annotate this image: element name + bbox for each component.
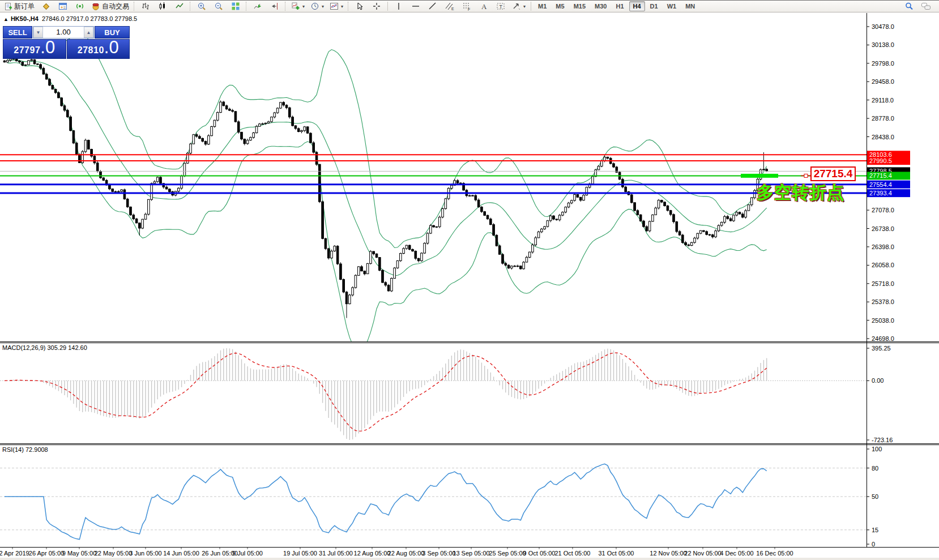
svg-text:27990.5: 27990.5 xyxy=(869,157,892,164)
templates-button[interactable]: ▾ xyxy=(327,1,345,12)
trendline-tool[interactable] xyxy=(425,1,441,12)
toolbar-separator xyxy=(190,2,191,11)
channel-icon: E xyxy=(445,2,454,11)
turning-point-annotation[interactable]: 多空转折点 xyxy=(757,181,844,204)
buy-price-display[interactable]: 27810.0 xyxy=(67,39,130,59)
market-watch-button[interactable] xyxy=(38,1,54,12)
date-label: 9 Jul 05:00 xyxy=(232,550,263,557)
price-callout-label[interactable]: 27715.4 xyxy=(810,166,856,181)
timeframe-button-m30[interactable]: M30 xyxy=(591,1,611,11)
candlestick-chart-button[interactable] xyxy=(155,1,170,12)
toolbar-separator xyxy=(134,2,135,11)
date-label: 22 Aug 05:00 xyxy=(388,550,425,557)
window-bottom-edge xyxy=(0,558,939,560)
date-label: 3 Sep 05:00 xyxy=(422,550,455,557)
volume-increase-button[interactable]: ▲ xyxy=(84,27,93,38)
zoom-in-button[interactable] xyxy=(194,1,210,12)
timeframe-button-m15[interactable]: M15 xyxy=(570,1,590,11)
new-order-button[interactable]: 新订单 xyxy=(2,1,37,12)
axis-price-tag: 27393.4 xyxy=(867,189,910,197)
text-a-icon: A xyxy=(479,2,488,11)
chat-button[interactable] xyxy=(918,1,934,12)
svg-text:E: E xyxy=(451,7,454,11)
text-tool[interactable]: A xyxy=(476,1,492,12)
toolbar-separator xyxy=(246,2,247,11)
chart-canvas[interactable]: 30478.030138.029798.029458.029118.028778… xyxy=(0,0,939,560)
timeframe-button-h4[interactable]: H4 xyxy=(629,1,645,11)
timeframe-button-d1[interactable]: D1 xyxy=(646,1,662,11)
price-tick-label: 30138.0 xyxy=(872,41,894,48)
date-label: 31 Oct 05:00 xyxy=(599,550,634,557)
horizontal-line-tool[interactable] xyxy=(408,1,424,12)
collapse-panel-icon[interactable]: ▲ xyxy=(3,16,8,22)
date-label: 22 Nov 05:00 xyxy=(684,550,721,557)
tile-windows-button[interactable] xyxy=(228,1,244,12)
svg-text:100: 100 xyxy=(872,446,882,452)
timeframe-button-m5[interactable]: M5 xyxy=(552,1,568,11)
text-label-tool[interactable]: T xyxy=(493,1,509,12)
date-label: 19 Jul 05:00 xyxy=(283,550,317,557)
gold-diamond-icon xyxy=(41,2,50,11)
timeframe-button-w1[interactable]: W1 xyxy=(663,1,681,11)
arrows-tool[interactable]: ▾ xyxy=(510,1,528,12)
date-label: 25 Sep 05:00 xyxy=(489,550,526,557)
axis-price-tag: 27554.4 xyxy=(867,181,910,189)
vertical-line-icon xyxy=(394,2,403,11)
toolbar: 新订单 自动交易 ▾ ▾ ▾ E F A T ▾ xyxy=(0,0,939,12)
sell-button[interactable]: SELL xyxy=(3,26,32,39)
signal-icon xyxy=(75,2,84,11)
search-button[interactable] xyxy=(901,1,917,12)
macd-name: MACD(12,26,9) xyxy=(2,344,45,351)
fibonacci-tool[interactable]: F xyxy=(459,1,475,12)
new-order-icon xyxy=(4,2,12,11)
date-label: 31 Jul 05:00 xyxy=(319,550,353,557)
svg-text:F: F xyxy=(468,7,470,11)
green-marker-bar[interactable] xyxy=(741,174,778,178)
line-chart-button[interactable] xyxy=(172,1,187,12)
volume-decrease-button[interactable]: ▼ xyxy=(33,27,43,38)
toolbar-separator xyxy=(531,2,531,11)
horizontal-line-icon xyxy=(411,2,420,11)
svg-text:27554.4: 27554.4 xyxy=(869,181,892,188)
date-label: 21 Oct 05:00 xyxy=(555,550,591,557)
crosshair-button[interactable] xyxy=(369,1,385,12)
zoom-in-icon xyxy=(197,2,206,11)
periods-button[interactable]: ▾ xyxy=(308,1,326,12)
svg-text:0.00: 0.00 xyxy=(872,377,883,384)
text-label-icon: T xyxy=(496,2,505,11)
dropdown-caret-icon: ▾ xyxy=(302,4,305,9)
equidistant-channel-tool[interactable]: E xyxy=(442,1,458,12)
date-label: 4 Dec 05:00 xyxy=(720,550,753,557)
chart-shift-button[interactable] xyxy=(267,1,283,12)
svg-text:50: 50 xyxy=(872,493,878,500)
cursor-button[interactable] xyxy=(352,1,368,12)
line-chart-icon xyxy=(175,2,184,11)
navigator-button[interactable] xyxy=(72,1,88,12)
price-tick-label: 26058.0 xyxy=(872,262,894,268)
symbol-header: ▲HK50-,H4 27846.0 27917.0 27783.0 27798.… xyxy=(3,15,137,22)
tile-windows-icon xyxy=(231,2,240,11)
data-window-icon xyxy=(58,2,67,11)
buy-price-int: 27810 xyxy=(78,45,104,55)
symbol-ohlc: 27846.0 27917.0 27783.0 27798.5 xyxy=(42,15,137,22)
chat-icon xyxy=(921,2,931,11)
crosshair-icon xyxy=(372,2,381,11)
price-tick-label: 28778.0 xyxy=(872,115,894,122)
volume-input[interactable]: 1.00 xyxy=(43,27,84,38)
timeframe-button-m1[interactable]: M1 xyxy=(534,1,550,11)
buy-button[interactable]: BUY xyxy=(95,26,130,39)
timeframe-button-h1[interactable]: H1 xyxy=(612,1,628,11)
auto-trading-button[interactable]: 自动交易 xyxy=(89,1,131,12)
bar-chart-button[interactable] xyxy=(138,1,153,12)
date-label: 12 Apr 2019 xyxy=(0,550,29,557)
fibonacci-icon: F xyxy=(462,2,471,11)
auto-scroll-button[interactable] xyxy=(250,1,266,12)
sell-price-display[interactable]: 27797.0 xyxy=(3,39,66,59)
timeframe-button-mn[interactable]: MN xyxy=(681,1,699,11)
auto-trading-icon xyxy=(91,2,100,11)
vertical-line-tool[interactable] xyxy=(391,1,407,12)
date-label: 13 Sep 05:00 xyxy=(453,550,489,557)
zoom-out-button[interactable] xyxy=(211,1,227,12)
indicators-button[interactable]: ▾ xyxy=(289,1,307,12)
data-window-button[interactable] xyxy=(55,1,71,12)
